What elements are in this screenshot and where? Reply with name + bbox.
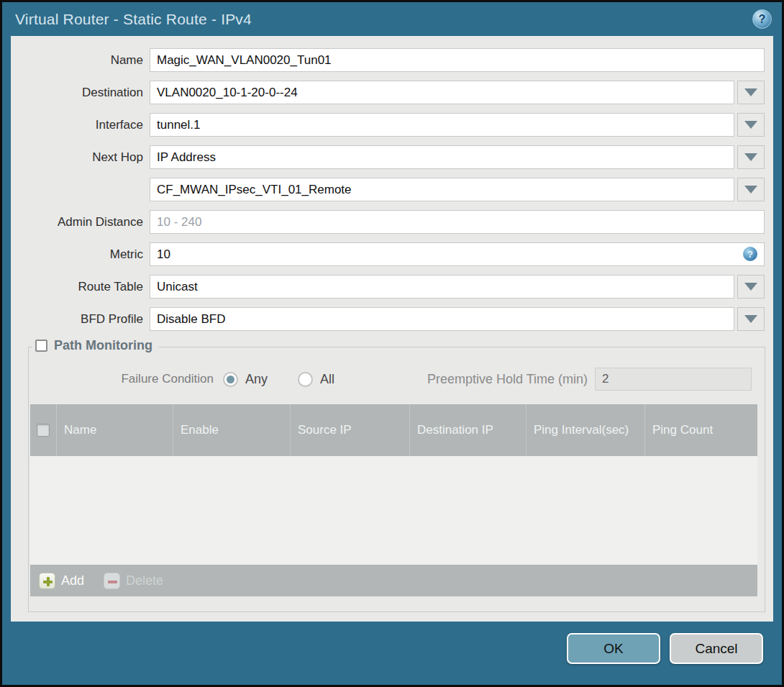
next-hop-type-dropdown-button[interactable]: [737, 145, 765, 169]
next-hop-label: Next Hop: [11, 150, 150, 165]
bfd-profile-dropdown-button[interactable]: [737, 307, 765, 331]
next-hop-address-dropdown-button[interactable]: [737, 178, 765, 201]
chevron-down-icon: [744, 283, 757, 291]
table-header-enable: Enable: [173, 404, 290, 456]
add-button-label: Add: [61, 573, 84, 588]
chevron-down-icon: [744, 153, 757, 161]
metric-row: Metric ?: [11, 242, 765, 266]
plus-icon: [39, 573, 55, 589]
interface-label: Interface: [11, 118, 150, 132]
name-input[interactable]: [150, 48, 765, 72]
ok-button[interactable]: OK: [567, 633, 660, 664]
table-header-ping-count: Ping Count: [644, 404, 757, 456]
table-header-source-ip: Source IP: [290, 404, 409, 456]
admin-distance-input[interactable]: [150, 210, 765, 234]
destination-label: Destination: [11, 86, 150, 100]
next-hop-address-row: [11, 178, 765, 201]
route-table-dropdown-button[interactable]: [737, 275, 765, 299]
cancel-button[interactable]: Cancel: [670, 633, 763, 664]
table-header-checkbox-cell: [30, 404, 56, 456]
static-route-dialog: Virtual Router - Static Route - IPv4 ? N…: [0, 0, 784, 687]
chevron-down-icon: [744, 88, 757, 96]
dialog-footer: OK Cancel: [2, 622, 782, 685]
chevron-down-icon: [744, 315, 757, 323]
failure-condition-all-label: All: [320, 372, 334, 387]
delete-button-label: Delete: [126, 573, 163, 588]
chevron-down-icon: [744, 186, 757, 194]
dialog-content: Name Destination Interface Next Hop: [11, 36, 773, 622]
failure-condition-label: Failure Condition: [29, 372, 223, 386]
name-row: Name: [11, 48, 765, 72]
info-icon[interactable]: ?: [743, 247, 757, 261]
failure-condition-any-label: Any: [245, 372, 268, 387]
bfd-profile-input[interactable]: [150, 307, 734, 331]
route-table-input[interactable]: [150, 275, 734, 299]
path-monitoring-title: Path Monitoring: [54, 338, 152, 353]
bfd-profile-row: BFD Profile: [11, 307, 765, 331]
route-table-label: Route Table: [11, 280, 150, 294]
name-label: Name: [11, 53, 150, 68]
title-bar: Virtual Router - Static Route - IPv4 ?: [2, 2, 782, 36]
table-toolbar: Add Delete: [30, 565, 757, 596]
table-header-name: Name: [56, 404, 173, 456]
failure-condition-row: Failure Condition Any All Preemptive Hol…: [29, 368, 765, 391]
destination-input[interactable]: [150, 81, 734, 104]
path-monitoring-legend: Path Monitoring: [32, 338, 159, 353]
next-hop-address-input[interactable]: [150, 178, 734, 201]
interface-dropdown-button[interactable]: [737, 113, 765, 137]
destination-dropdown-button[interactable]: [737, 81, 765, 104]
destination-row: Destination: [11, 81, 765, 104]
interface-input[interactable]: [150, 113, 734, 137]
preemptive-hold-time-label: Preemptive Hold Time (min): [427, 372, 588, 387]
path-monitoring-table: Name Enable Source IP Destination IP Pin…: [30, 404, 757, 596]
help-icon[interactable]: ?: [752, 9, 772, 29]
next-hop-row: Next Hop: [11, 145, 765, 169]
select-all-checkbox: [37, 424, 50, 437]
failure-condition-any-radio: [223, 372, 238, 387]
route-table-row: Route Table: [11, 275, 765, 299]
table-body-empty: [30, 456, 757, 565]
minus-icon: [104, 573, 120, 589]
metric-label: Metric: [11, 247, 150, 262]
preemptive-hold-time-input: [595, 368, 752, 391]
admin-distance-row: Admin Distance: [11, 210, 765, 234]
table-header-ping-interval: Ping Interval(sec): [526, 404, 644, 456]
next-hop-type-input[interactable]: [150, 145, 734, 169]
table-header-row: Name Enable Source IP Destination IP Pin…: [30, 404, 757, 456]
add-button[interactable]: Add: [39, 573, 84, 589]
chevron-down-icon: [744, 121, 757, 129]
delete-button: Delete: [104, 573, 163, 589]
admin-distance-label: Admin Distance: [11, 215, 150, 229]
page-title: Virtual Router - Static Route - IPv4: [15, 11, 252, 28]
bfd-profile-label: BFD Profile: [11, 312, 150, 327]
metric-input[interactable]: [150, 242, 765, 266]
path-monitoring-section: Path Monitoring Failure Condition Any Al…: [28, 347, 765, 612]
interface-row: Interface: [11, 113, 765, 137]
table-header-destination-ip: Destination IP: [409, 404, 526, 456]
failure-condition-all-radio: [298, 372, 313, 387]
path-monitoring-checkbox[interactable]: [35, 340, 47, 352]
